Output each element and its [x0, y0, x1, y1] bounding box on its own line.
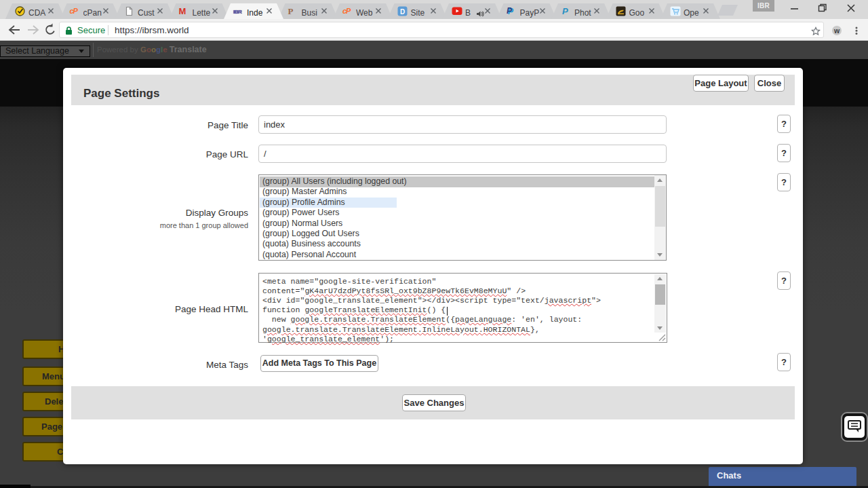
- svg-text:D: D: [399, 8, 404, 16]
- svg-text:P: P: [562, 6, 568, 16]
- svg-text:P: P: [507, 6, 513, 16]
